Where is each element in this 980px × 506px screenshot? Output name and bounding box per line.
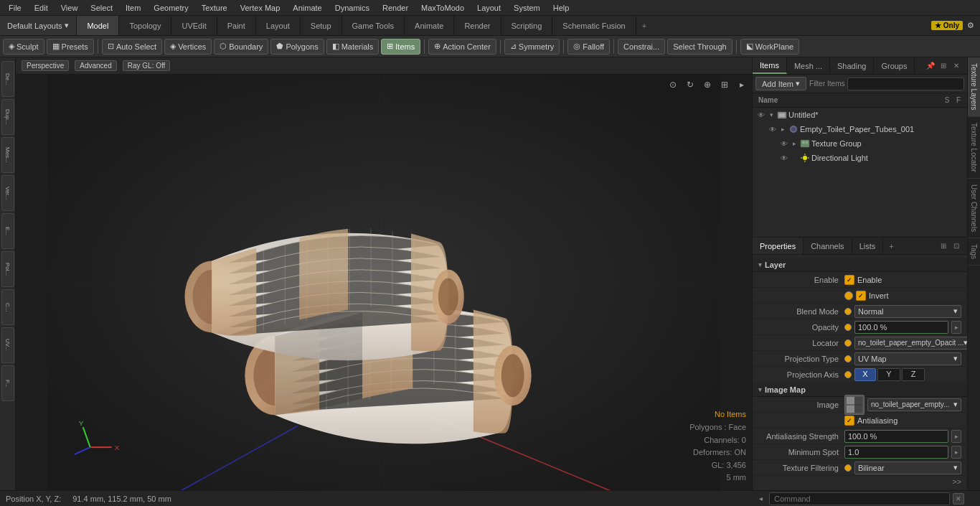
viewport-icon-rotate[interactable]: ↻ xyxy=(683,78,697,92)
menu-maxtomodo[interactable]: MaxToModo xyxy=(415,2,470,14)
panel-tab-shading[interactable]: Shading xyxy=(830,57,874,74)
viewport-icon-more[interactable]: ▸ xyxy=(735,78,749,92)
advanced-btn[interactable]: Advanced xyxy=(75,60,116,71)
props-tab-channels[interactable]: Channels xyxy=(804,238,852,254)
sidebar-btn-7[interactable]: C... xyxy=(1,289,14,325)
auto-select-btn[interactable]: ⊡ Auto Select xyxy=(102,39,162,55)
sidebar-btn-4[interactable]: Ver... xyxy=(1,175,14,211)
tree-item-dir-light[interactable]: 👁 Directional Light xyxy=(753,151,967,165)
items-btn[interactable]: ⊞ Items xyxy=(381,39,420,55)
sidebar-btn-9[interactable]: F... xyxy=(1,365,14,401)
sidebar-btn-1[interactable]: De... xyxy=(1,61,14,97)
prop-xyz-x[interactable]: X xyxy=(854,368,876,381)
menu-system[interactable]: System xyxy=(508,2,546,14)
prop-dropdown-image[interactable]: no_toilet_paper_empty... ▾ xyxy=(867,398,961,411)
viewport[interactable]: X Y xyxy=(16,75,752,490)
layout-tab-schematic[interactable]: Schematic Fusion xyxy=(552,16,636,35)
viewport-icon-fit[interactable]: ⊞ xyxy=(717,78,732,92)
falloff-btn[interactable]: ◎ Falloff xyxy=(567,39,610,55)
prop-checkbox-antialiasing[interactable]: ✓ xyxy=(844,416,854,426)
prop-radio-tex-filter[interactable] xyxy=(844,464,852,472)
menu-layout[interactable]: Layout xyxy=(471,2,507,14)
layout-tab-setup[interactable]: Setup xyxy=(301,16,342,35)
panel-pin-btn[interactable]: 📌 xyxy=(925,61,936,71)
tree-eye-tubes[interactable]: 👁 xyxy=(767,123,778,135)
panel-expand-btn[interactable]: ⊞ xyxy=(938,61,948,71)
panel-tab-mesh[interactable]: Mesh ... xyxy=(787,57,830,74)
panel-tab-groups[interactable]: Groups xyxy=(874,57,915,74)
boundary-btn[interactable]: ⬡ Boundary xyxy=(214,39,268,55)
work-plane-btn[interactable]: ⬕ WorkPlane xyxy=(740,39,800,55)
layout-tab-render[interactable]: Render xyxy=(454,16,501,35)
props-tab-add[interactable]: + xyxy=(883,242,899,250)
props-tab-properties[interactable]: Properties xyxy=(753,238,804,254)
layout-tab-gametools[interactable]: Game Tools xyxy=(342,16,405,35)
menu-geometry[interactable]: Geometry xyxy=(148,2,194,14)
cmd-clear-btn[interactable]: ✕ xyxy=(953,493,964,505)
prop-image-preview[interactable] xyxy=(844,395,864,415)
prop-radio-invert[interactable] xyxy=(844,291,853,300)
image-map-arrow[interactable]: ▾ xyxy=(758,386,762,393)
menu-file[interactable]: File xyxy=(3,2,27,14)
prop-dropdown-tex-filter[interactable]: Bilinear ▾ xyxy=(854,462,961,474)
presets-btn[interactable]: ▦ Presets xyxy=(47,39,94,55)
menu-animate[interactable]: Animate xyxy=(287,2,327,14)
props-tab-lists[interactable]: Lists xyxy=(852,238,884,254)
tree-expand-untitled[interactable]: ▾ xyxy=(767,109,776,121)
menu-texture[interactable]: Texture xyxy=(196,2,233,14)
prop-input-opacity[interactable]: 100.0 % xyxy=(854,321,948,334)
cmd-left-arrow[interactable]: ◂ xyxy=(755,493,766,505)
menu-item[interactable]: Item xyxy=(120,2,146,14)
rtab-texture-layers[interactable]: Texture Layers xyxy=(968,57,980,117)
action-center-btn[interactable]: ⊕ Action Center xyxy=(428,39,496,55)
sidebar-btn-3[interactable]: Mes... xyxy=(1,137,14,173)
prop-xyz-y[interactable]: Y xyxy=(877,368,900,381)
tree-item-tubes[interactable]: 👁 ▸ Empty_Toilet_Paper_Tubes_001 xyxy=(753,122,967,136)
tree-item-untitled[interactable]: 👁 ▾ Untitled* xyxy=(753,108,967,122)
props-restore-btn[interactable]: ⊡ xyxy=(951,241,961,251)
prop-radio-locator[interactable] xyxy=(844,339,852,347)
tree-item-texture-group[interactable]: 👁 ▸ Texture Group xyxy=(753,136,967,151)
panel-close-btn[interactable]: ✕ xyxy=(951,61,961,71)
select-through-btn[interactable]: Select Through xyxy=(667,39,732,55)
layout-tab-add[interactable]: + xyxy=(636,22,652,30)
layout-tab-layout[interactable]: Layout xyxy=(256,16,301,35)
menu-edit[interactable]: Edit xyxy=(29,2,54,14)
command-input[interactable] xyxy=(769,492,950,505)
sculpt-btn[interactable]: ◈ Sculpt xyxy=(3,39,44,55)
prop-btn-aa-strength[interactable]: ▸ xyxy=(951,430,961,443)
menu-render[interactable]: Render xyxy=(377,2,414,14)
viewport-icon-zoom[interactable]: ⊕ xyxy=(700,78,715,92)
menu-help[interactable]: Help xyxy=(547,2,575,14)
menu-view[interactable]: View xyxy=(55,2,84,14)
prop-checkbox-enable[interactable]: ✓ xyxy=(844,275,854,285)
prop-input-aa-strength[interactable]: 100.0 % xyxy=(844,430,948,443)
layout-tab-uvedit[interactable]: UVEdit xyxy=(171,16,217,35)
props-more-btn[interactable]: >> xyxy=(952,477,961,486)
prop-btn-min-spot[interactable]: ▸ xyxy=(951,446,961,459)
perspective-btn[interactable]: Perspective xyxy=(22,60,69,71)
layout-tab-topology[interactable]: Topology xyxy=(119,16,171,35)
props-expand-btn[interactable]: ⊞ xyxy=(938,241,948,251)
tree-eye-dir-light[interactable]: 👁 xyxy=(778,152,790,164)
rtab-texture-locator[interactable]: Texture Locator xyxy=(968,117,980,179)
prop-radio-proj-type[interactable] xyxy=(844,355,852,362)
menu-vertexmap[interactable]: Vertex Map xyxy=(235,2,286,14)
rtab-tags[interactable]: Tags xyxy=(968,238,980,266)
symmetry-btn[interactable]: ⊿ Symmetry xyxy=(504,39,560,55)
layout-dropdown[interactable]: Default Layouts ▾ xyxy=(0,16,77,35)
menu-dynamics[interactable]: Dynamics xyxy=(329,2,375,14)
sidebar-btn-5[interactable]: E... xyxy=(1,213,14,249)
polygons-btn[interactable]: ⬟ Polygons xyxy=(270,39,324,55)
materials-btn[interactable]: ◧ Materials xyxy=(326,39,380,55)
menu-select[interactable]: Select xyxy=(85,2,118,14)
add-item-btn[interactable]: Add Item ▾ xyxy=(755,77,806,90)
prop-btn-opacity[interactable]: ▸ xyxy=(951,321,961,334)
tree-expand-texture-group[interactable]: ▸ xyxy=(790,138,798,149)
sidebar-btn-2[interactable]: Dup... xyxy=(1,99,14,135)
rtab-user-channels[interactable]: User Channels xyxy=(968,179,980,238)
tree-expand-dir-light[interactable] xyxy=(790,152,798,164)
raygl-btn[interactable]: Ray GL: Off xyxy=(123,60,171,71)
sidebar-btn-8[interactable]: UV... xyxy=(1,327,14,363)
tree-expand-tubes[interactable]: ▸ xyxy=(778,123,787,135)
